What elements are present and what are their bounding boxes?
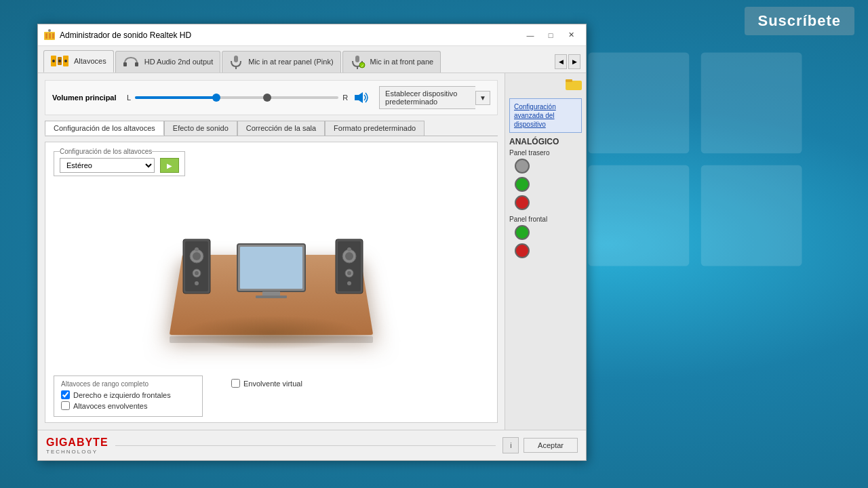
tab-hd-audio-label: HD Audio 2nd output — [144, 58, 214, 66]
checkbox-surround-speakers[interactable]: Altavoces envolventes — [61, 401, 195, 410]
tab-mic-rear[interactable]: Mic in at rear panel (Pink) — [222, 51, 340, 73]
config-link[interactable]: Configuración avanzada del dispositivo — [509, 98, 582, 133]
front-speakers-checkbox[interactable] — [61, 390, 70, 399]
main-window: Administrador de sonido Realtek HD — □ ✕ — [37, 24, 587, 461]
tab-mic-front[interactable]: ✓ Mic in at front pane — [342, 51, 441, 73]
establish-main-label[interactable]: Establecer dispositivo predeterminado — [379, 86, 475, 109]
inner-tab-sound-effect[interactable]: Efecto de sonido — [164, 121, 237, 136]
speaker-config-area: Configuración de los altavoces Estéreo 5… — [45, 142, 498, 423]
front-jack-red[interactable] — [515, 243, 530, 258]
minimize-button[interactable]: — — [521, 28, 540, 43]
main-panel: Volumen principal L R — [38, 73, 505, 430]
logo-main-text: GIGABYTE — [46, 436, 108, 449]
svg-point-31 — [195, 247, 199, 251]
svg-rect-17 — [234, 56, 238, 62]
svg-rect-43 — [256, 296, 287, 298]
svg-point-38 — [347, 281, 351, 285]
surround-speakers-checkbox[interactable] — [61, 401, 70, 410]
device-tabs-row: Altavoces HD Audio 2nd output — [38, 46, 586, 73]
svg-rect-45 — [566, 79, 572, 82]
headphone-tab-icon — [121, 54, 140, 69]
inner-tab-default-format-label: Formato predeterminado — [334, 124, 416, 132]
gigabyte-logo: GIGABYTE TECHNOLOGY — [46, 436, 108, 455]
establish-device-button[interactable]: Establecer dispositivo predeterminado ▼ — [379, 86, 490, 109]
bottom-bar: GIGABYTE TECHNOLOGY i Aceptar — [38, 430, 586, 460]
speaker-config-select[interactable]: Estéreo 5.1 7.1 — [60, 158, 155, 173]
tab-hd-audio[interactable]: HD Audio 2nd output — [115, 51, 221, 73]
checkbox-front-speakers[interactable]: Derecho e izquierdo frontales — [61, 390, 195, 399]
folder-icon — [566, 77, 582, 91]
front-speakers-label: Derecho e izquierdo frontales — [73, 391, 171, 399]
analog-section: ANALÓGICO Panel trasero Panel frontal — [509, 137, 582, 258]
tab-prev-button[interactable]: ◀ — [555, 54, 567, 69]
inner-tab-default-format[interactable]: Formato predeterminado — [325, 121, 425, 136]
tab-next-button[interactable]: ▶ — [568, 54, 580, 69]
svg-rect-5 — [45, 33, 47, 39]
svg-rect-15 — [123, 62, 127, 66]
inner-tab-sound-effect-label: Efecto de sonido — [173, 124, 229, 132]
speaker-tab-icon — [50, 54, 70, 68]
subscribe-label: Suscríbete — [745, 7, 855, 35]
volume-label: Volumen principal — [52, 94, 120, 102]
maximize-button[interactable]: □ — [541, 28, 560, 43]
svg-rect-19 — [355, 56, 359, 62]
front-jack-green[interactable] — [515, 225, 530, 240]
volume-icon[interactable] — [352, 89, 372, 106]
inner-tab-speaker-config[interactable]: Configuración de los altavoces — [45, 121, 164, 136]
rear-jack-green[interactable] — [515, 177, 530, 192]
svg-point-39 — [347, 247, 351, 251]
ok-button[interactable]: Aceptar — [524, 438, 578, 453]
tab-mic-front-label: Mic in at front pane — [370, 58, 434, 66]
rear-panel-label: Panel trasero — [509, 149, 582, 157]
volume-slider-track[interactable] — [135, 96, 338, 99]
svg-rect-44 — [566, 81, 582, 90]
vol-r-label: R — [342, 94, 348, 102]
inner-tab-room-correction[interactable]: Corrección de la sala — [237, 121, 325, 136]
info-button[interactable]: i — [502, 437, 519, 453]
rear-jack-gray[interactable] — [515, 159, 530, 174]
svg-point-12 — [52, 60, 55, 62]
svg-rect-7 — [52, 33, 54, 39]
inner-tab-room-correction-label: Corrección de la sala — [246, 124, 316, 132]
svg-point-8 — [48, 29, 51, 32]
rear-jack-red[interactable] — [515, 195, 530, 210]
logo-sub-text: TECHNOLOGY — [46, 449, 108, 455]
left-speaker — [180, 236, 214, 302]
rear-jacks — [509, 159, 582, 210]
svg-point-14 — [64, 60, 67, 62]
virtual-surround-section[interactable]: Envolvente virtual — [223, 375, 311, 391]
inner-tabs: Configuración de los altavoces Efecto de… — [45, 121, 498, 136]
windows-logo — [576, 41, 814, 278]
window-body: Altavoces HD Audio 2nd output — [38, 46, 586, 460]
virtual-surround-checkbox[interactable] — [231, 379, 240, 388]
tab-altavoces[interactable]: Altavoces — [43, 50, 114, 73]
volume-section: Volumen principal L R — [45, 80, 498, 115]
svg-point-35 — [345, 252, 353, 260]
svg-rect-42 — [262, 291, 280, 296]
virtual-surround-label: Envolvente virtual — [243, 380, 302, 388]
fullrange-label: Altavoces de rango completo — [61, 380, 195, 388]
inner-tab-speaker-config-label: Configuración de los altavoces — [54, 124, 155, 132]
svg-point-30 — [195, 281, 199, 285]
speaker-visualization — [45, 182, 497, 375]
svg-rect-16 — [135, 62, 138, 66]
svg-rect-6 — [49, 33, 51, 39]
svg-point-27 — [193, 252, 201, 260]
front-jacks — [509, 225, 582, 258]
establish-arrow[interactable]: ▼ — [475, 91, 490, 105]
surround-speakers-label: Altavoces envolventes — [73, 402, 147, 410]
front-panel-label: Panel frontal — [509, 216, 582, 223]
tab-altavoces-label: Altavoces — [74, 57, 106, 65]
content-area: Volumen principal L R — [38, 73, 586, 430]
desktop: Suscríbete Administrador de sonido Realt… — [0, 0, 868, 488]
window-title: Administrador de sonido Realtek HD — [60, 30, 521, 40]
volume-controls: L R — [127, 89, 372, 106]
svg-rect-0 — [589, 53, 690, 154]
svg-rect-3 — [701, 165, 802, 266]
analog-title: ANALÓGICO — [509, 137, 582, 146]
svg-text:✓: ✓ — [360, 64, 363, 68]
svg-rect-1 — [701, 53, 802, 154]
play-test-button[interactable]: ▶ — [160, 158, 179, 173]
close-button[interactable]: ✕ — [561, 28, 580, 43]
vol-l-label: L — [127, 94, 131, 102]
